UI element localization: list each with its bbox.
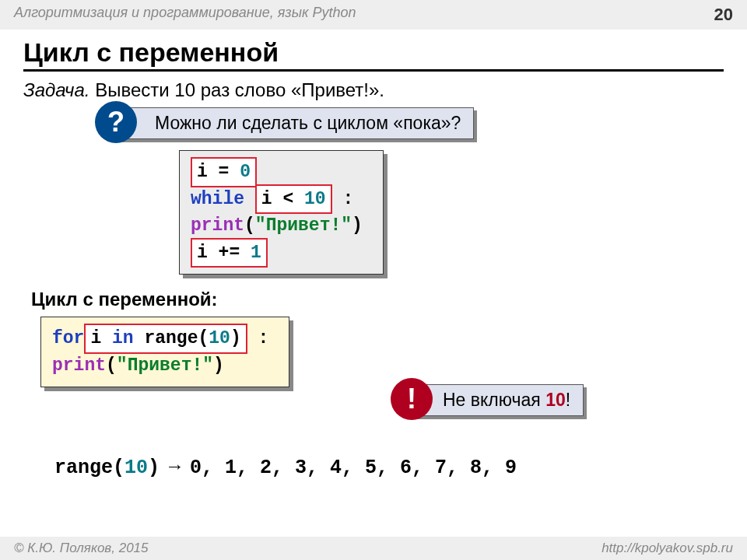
code-text: : bbox=[247, 328, 269, 348]
code-text: 10 bbox=[209, 328, 230, 348]
for-row: for i in range(10) : print("Привет!") в … bbox=[23, 317, 724, 427]
question-callout-text: Можно ли сделать с циклом «пока»? bbox=[117, 107, 474, 139]
code-keyword: while bbox=[191, 189, 244, 209]
page-number: 20 bbox=[714, 5, 733, 25]
code-text: 0 bbox=[240, 162, 251, 182]
code-func: print bbox=[191, 215, 244, 236]
task-text: Задача. Вывести 10 раз слово «Привет!». bbox=[23, 79, 724, 101]
warn-text-b: 10 bbox=[545, 390, 566, 410]
code-text: i bbox=[197, 243, 208, 263]
range-text: ) bbox=[148, 457, 160, 479]
code-text: i bbox=[197, 162, 208, 182]
top-bar: Алгоритмизация и программирование, язык … bbox=[0, 0, 747, 30]
warning-callout-text: Не включая 10! bbox=[412, 384, 584, 416]
while-code-box: i = 0 while i < 10 : print("Привет!") i … bbox=[179, 150, 384, 275]
warning-callout: ! Не включая 10! bbox=[412, 384, 584, 416]
slide-title: Цикл с переменной bbox=[23, 37, 724, 72]
code-text: ) bbox=[213, 355, 224, 376]
code-text: i bbox=[90, 328, 112, 348]
code-string: "Привет!" bbox=[117, 355, 213, 376]
code-keyword: in bbox=[112, 328, 134, 348]
code-text: ( bbox=[106, 355, 117, 376]
code-text: += bbox=[208, 243, 251, 263]
code-text: range( bbox=[134, 328, 209, 348]
code-text: ) bbox=[352, 215, 363, 236]
code-func: print bbox=[52, 355, 106, 376]
footer-bar: © К.Ю. Поляков, 2015 http://kpolyakov.sp… bbox=[0, 537, 747, 560]
question-callout: ? Можно ли сделать с циклом «пока»? bbox=[117, 107, 724, 139]
range-seq: 0, 1, 2, 3, 4, 5, 6, 7, 8, 9 bbox=[190, 457, 517, 479]
warn-text-c: ! bbox=[566, 390, 570, 410]
code-text: i bbox=[261, 189, 272, 209]
code-init-highlight: i = 0 bbox=[191, 157, 257, 187]
code-keyword: for bbox=[52, 328, 84, 348]
code-incr-highlight: i += 1 bbox=[191, 238, 268, 268]
code-text: 10 bbox=[304, 189, 326, 209]
for-code-box: for i in range(10) : print("Привет!") bbox=[40, 317, 289, 387]
warning-badge-icon: ! bbox=[391, 378, 433, 420]
warn-text-a: Не включая bbox=[443, 390, 545, 410]
footer-url: http://kpolyakov.spb.ru bbox=[601, 541, 733, 556]
code-text: : bbox=[332, 189, 354, 209]
code-cond-highlight: i < 10 bbox=[255, 184, 332, 215]
code-text: 1 bbox=[251, 243, 261, 263]
question-badge-icon: ? bbox=[95, 101, 137, 143]
range-num: 10 bbox=[124, 457, 148, 479]
range-sequence-line: range(10) → 0, 1, 2, 3, 4, 5, 6, 7, 8, 9 bbox=[54, 455, 724, 479]
task-body: Вывести 10 раз слово «Привет!». bbox=[90, 79, 384, 100]
code-text: = bbox=[208, 162, 240, 182]
slide-body: Цикл с переменной Задача. Вывести 10 раз… bbox=[0, 30, 747, 479]
code-text: ) bbox=[230, 328, 241, 348]
subheading-text: Цикл с переменной: bbox=[31, 289, 218, 310]
task-lead: Задача. bbox=[23, 79, 90, 100]
code-for-highlight: i in range(10) bbox=[84, 324, 247, 354]
course-title: Алгоритмизация и программирование, язык … bbox=[14, 5, 356, 25]
code-string: "Привет!" bbox=[255, 215, 352, 236]
footer-author: © К.Ю. Поляков, 2015 bbox=[14, 541, 149, 556]
range-text: range( bbox=[54, 457, 124, 479]
code-text: < bbox=[272, 189, 304, 209]
subheading: Цикл с переменной: bbox=[31, 289, 724, 310]
code-text: ( bbox=[244, 215, 255, 236]
arrow-icon: → bbox=[160, 455, 190, 477]
